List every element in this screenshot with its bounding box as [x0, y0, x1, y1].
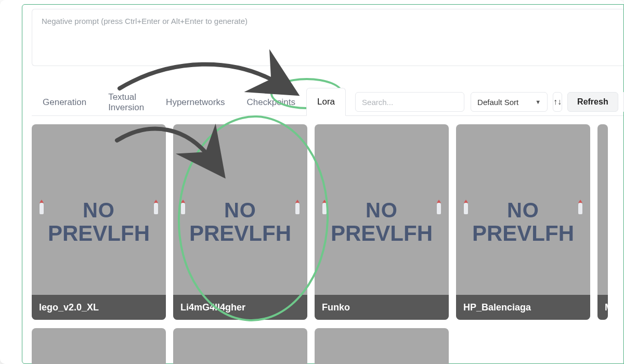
no-preview-line2: PREVLFH: [189, 223, 291, 244]
negative-prompt-field[interactable]: [32, 9, 623, 66]
card-preview: NO PREVLFH: [315, 124, 449, 320]
sort-dropdown[interactable]: Default Sort ▼: [471, 92, 548, 112]
tab-textual-inversion[interactable]: Textual Inversion: [97, 88, 155, 116]
card-lego[interactable]: NO PREVLFH lego_v2.0_XL: [32, 124, 166, 320]
negative-prompt-input[interactable]: [42, 17, 614, 58]
rocket-icon: [154, 203, 158, 214]
no-preview-line1: NO: [331, 200, 433, 220]
no-preview-line2: PREVLFH: [472, 223, 574, 244]
card-preview: NO PREVLFH: [173, 124, 307, 320]
card-grid: NO PREVLFH lego_v2.0_XL NO PREVLFH Li4mG…: [32, 124, 623, 320]
tab-generation[interactable]: Generation: [32, 88, 97, 116]
card-name: Funko: [315, 295, 449, 320]
rocket-icon: [295, 203, 300, 214]
card-placeholder[interactable]: [32, 328, 166, 364]
card-preview: NO PREVLFH: [32, 124, 166, 320]
card-partial[interactable]: M: [597, 124, 608, 320]
card-funko[interactable]: NO PREVLFH Funko: [315, 124, 449, 320]
sort-direction-button[interactable]: ↑↓: [553, 92, 562, 112]
rocket-icon: [578, 203, 582, 214]
rocket-icon: [322, 203, 327, 214]
card-name: lego_v2.0_XL: [32, 295, 166, 320]
tab-checkpoints[interactable]: Checkpoints: [236, 88, 306, 116]
card-name: M: [597, 295, 608, 320]
refresh-button[interactable]: Refresh: [567, 92, 618, 112]
card-preview: NO PREVLFH: [456, 124, 590, 320]
no-preview-line1: NO: [472, 200, 574, 220]
tab-lora[interactable]: Lora: [306, 88, 346, 116]
no-preview-line1: NO: [189, 200, 291, 220]
tabs-list: Generation Textual Inversion Hypernetwor…: [32, 88, 346, 116]
sort-updown-icon: ↑↓: [553, 97, 562, 107]
card-hp-balenciaga[interactable]: NO PREVLFH HP_Balenciaga: [456, 124, 590, 320]
card-placeholder[interactable]: [315, 328, 449, 364]
card-grid-row2: [32, 328, 623, 364]
chevron-down-icon: ▼: [535, 99, 541, 105]
no-preview-line1: NO: [48, 200, 150, 220]
rocket-icon: [40, 203, 44, 214]
rocket-icon: [181, 203, 185, 214]
card-name: Li4mG4ll4gher: [173, 295, 307, 320]
tab-hypernetworks[interactable]: Hypernetworks: [155, 88, 236, 116]
card-li4mg4ll4gher[interactable]: NO PREVLFH Li4mG4ll4gher: [173, 124, 307, 320]
tab-toolbar: Generation Textual Inversion Hypernetwor…: [32, 88, 623, 116]
card-name: HP_Balenciaga: [456, 295, 590, 320]
search-input[interactable]: [355, 92, 464, 112]
no-preview-line2: PREVLFH: [48, 223, 150, 244]
rocket-icon: [464, 203, 468, 214]
card-placeholder[interactable]: [173, 328, 307, 364]
no-preview-line2: PREVLFH: [331, 223, 433, 244]
rocket-icon: [437, 203, 441, 214]
sort-selected-label: Default Sort: [477, 98, 518, 107]
main-panel: Generation Textual Inversion Hypernetwor…: [22, 4, 624, 364]
